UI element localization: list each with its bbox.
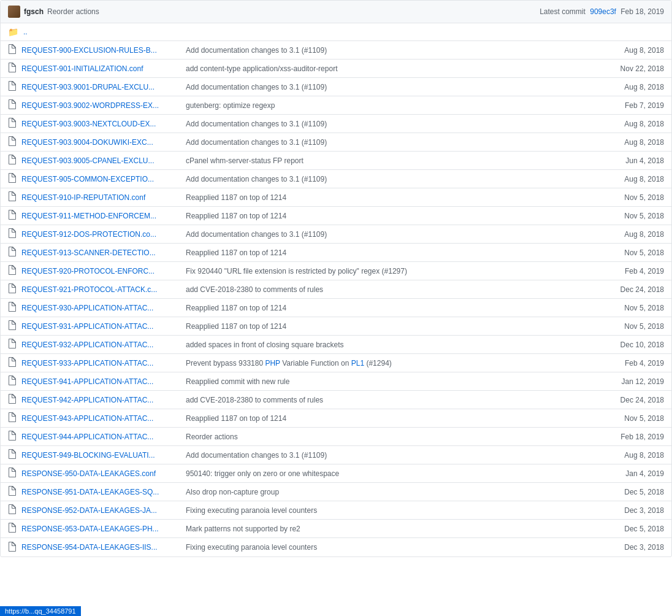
file-date: Nov 5, 2018 — [609, 248, 664, 257]
file-name-link[interactable]: RESPONSE-953-DATA-LEAKAGES-PH... — [21, 525, 181, 533]
file-name-link[interactable]: REQUEST-900-EXCLUSION-RULES-B... — [21, 46, 181, 55]
file-name-link[interactable]: RESPONSE-954-DATA-LEAKAGES-IIS... — [21, 543, 181, 552]
file-name-link[interactable]: REQUEST-903.9002-WORDPRESS-EX... — [21, 101, 181, 110]
file-name-link[interactable]: RESPONSE-952-DATA-LEAKAGES-JA... — [21, 506, 181, 515]
file-name-link[interactable]: RESPONSE-950-DATA-LEAKAGES.conf — [21, 469, 181, 478]
file-icon — [8, 118, 17, 129]
parent-dir-row: 📁 .. — [1, 23, 671, 41]
file-date: Nov 22, 2018 — [609, 64, 664, 73]
file-commit-message: cPanel whm-server-status FP report — [181, 156, 609, 165]
file-icon — [8, 339, 17, 350]
file-icon — [8, 265, 17, 277]
php-link[interactable]: PHP — [265, 359, 280, 368]
file-date: Jan 4, 2019 — [609, 469, 664, 478]
file-name-link[interactable]: REQUEST-911-METHOD-ENFORCEM... — [21, 212, 181, 220]
file-icon — [8, 431, 17, 442]
file-commit-message: Add documentation changes to 3.1 (#1109) — [181, 138, 609, 147]
file-name-link[interactable]: REQUEST-905-COMMON-EXCEPTIO... — [21, 175, 181, 183]
file-date: Feb 18, 2019 — [609, 433, 664, 441]
file-commit-message: add CVE-2018-2380 to comments of rules — [181, 396, 609, 404]
file-date: Aug 8, 2018 — [609, 230, 664, 239]
file-commit-message: Fix 920440 "URL file extension is restri… — [181, 267, 609, 275]
file-commit-message: Mark patterns not supported by re2 — [181, 525, 609, 533]
file-name-link[interactable]: REQUEST-930-APPLICATION-ATTAC... — [21, 304, 181, 312]
file-name-link[interactable]: REQUEST-903.9001-DRUPAL-EXCLU... — [21, 83, 181, 91]
pl1-link[interactable]: PL1 — [351, 359, 364, 368]
folder-icon: 📁 — [8, 27, 18, 37]
file-name-link[interactable]: REQUEST-913-SCANNER-DETECTIO... — [21, 248, 181, 257]
file-name-link[interactable]: REQUEST-903.9004-DOKUWIKI-EXC... — [21, 138, 181, 147]
file-commit-message: Reapplied 1187 on top of 1214 — [181, 193, 609, 202]
file-date: Dec 24, 2018 — [609, 396, 664, 404]
table-row: RESPONSE-951-DATA-LEAKAGES-SQ...Also dro… — [1, 483, 671, 501]
file-name-link[interactable]: REQUEST-903.9003-NEXTCLOUD-EX... — [21, 120, 181, 128]
commit-meta: Latest commit 909ec3f Feb 18, 2019 — [540, 7, 664, 16]
commit-author[interactable]: fgsch — [24, 7, 44, 16]
table-row: REQUEST-903.9003-NEXTCLOUD-EX...Add docu… — [1, 115, 671, 133]
file-name-link[interactable]: REQUEST-910-IP-REPUTATION.conf — [21, 193, 181, 202]
table-row: REQUEST-912-DOS-PROTECTION.co...Add docu… — [1, 225, 671, 244]
file-icon — [8, 357, 17, 369]
file-name-link[interactable]: REQUEST-933-APPLICATION-ATTAC... — [21, 359, 181, 368]
file-icon — [8, 210, 17, 221]
table-row: REQUEST-933-APPLICATION-ATTAC...Prevent … — [1, 354, 671, 372]
file-name-link[interactable]: REQUEST-931-APPLICATION-ATTAC... — [21, 322, 181, 331]
file-date: Dec 3, 2018 — [609, 543, 664, 552]
file-icon — [8, 302, 17, 314]
table-row: REQUEST-905-COMMON-EXCEPTIO...Add docume… — [1, 170, 671, 188]
file-date: Dec 5, 2018 — [609, 525, 664, 533]
file-commit-message: added spaces in front of closing square … — [181, 341, 609, 349]
file-date: Jan 12, 2019 — [609, 377, 664, 386]
file-icon — [8, 375, 17, 387]
table-row: REQUEST-942-APPLICATION-ATTAC...add CVE-… — [1, 391, 671, 409]
file-commit-message: Fixing executing paranoia level counters — [181, 543, 609, 552]
file-icon — [8, 136, 17, 148]
file-name-link[interactable]: REQUEST-932-APPLICATION-ATTAC... — [21, 341, 181, 349]
file-icon — [8, 504, 17, 516]
file-date: Aug 8, 2018 — [609, 120, 664, 128]
file-name-link[interactable]: REQUEST-941-APPLICATION-ATTAC... — [21, 377, 181, 386]
file-name-link[interactable]: RESPONSE-951-DATA-LEAKAGES-SQ... — [21, 488, 181, 496]
file-date: Dec 24, 2018 — [609, 285, 664, 294]
file-date: Nov 5, 2018 — [609, 414, 664, 423]
table-row: REQUEST-911-METHOD-ENFORCEM...Reapplied … — [1, 207, 671, 225]
file-icon — [8, 523, 17, 534]
avatar — [8, 6, 20, 18]
file-name-link[interactable]: REQUEST-920-PROTOCOL-ENFORC... — [21, 267, 181, 275]
table-row: REQUEST-944-APPLICATION-ATTAC...Reorder … — [1, 428, 671, 446]
file-name-link[interactable]: REQUEST-943-APPLICATION-ATTAC... — [21, 414, 181, 423]
commit-hash-link[interactable]: 909ec3f — [590, 7, 616, 16]
file-icon — [8, 320, 17, 332]
file-icon — [8, 173, 17, 185]
table-row: REQUEST-920-PROTOCOL-ENFORC...Fix 920440… — [1, 262, 671, 280]
parent-dir-link[interactable]: .. — [23, 28, 28, 36]
file-name-link[interactable]: REQUEST-912-DOS-PROTECTION.co... — [21, 230, 181, 239]
file-icon — [8, 63, 17, 74]
file-name-link[interactable]: REQUEST-921-PROTOCOL-ATTACK.c... — [21, 285, 181, 294]
file-commit-message: 950140: trigger only on zero or one whit… — [181, 469, 609, 478]
file-name-link[interactable]: REQUEST-903.9005-CPANEL-EXCLU... — [21, 156, 181, 165]
table-row: RESPONSE-953-DATA-LEAKAGES-PH...Mark pat… — [1, 520, 671, 538]
file-icon — [8, 283, 17, 295]
file-commit-message: gutenberg: optimize regexp — [181, 101, 609, 110]
file-icon — [8, 412, 17, 424]
file-name-link[interactable]: REQUEST-944-APPLICATION-ATTAC... — [21, 433, 181, 441]
file-commit-message: Reapplied 1187 on top of 1214 — [181, 248, 609, 257]
file-date: Nov 5, 2018 — [609, 212, 664, 220]
file-commit-message: Also drop non-capture group — [181, 488, 609, 496]
commit-date: Feb 18, 2019 — [620, 7, 664, 16]
table-row: REQUEST-941-APPLICATION-ATTAC...Reapplie… — [1, 372, 671, 391]
file-date: Aug 8, 2018 — [609, 175, 664, 183]
file-commit-message: Reorder actions — [181, 433, 609, 441]
latest-commit-label: Latest commit — [540, 7, 586, 16]
table-row: REQUEST-931-APPLICATION-ATTAC...Reapplie… — [1, 317, 671, 336]
commit-message: Reorder actions — [47, 7, 99, 16]
commit-header: fgsch Reorder actions Latest commit 909e… — [1, 1, 671, 23]
file-commit-message: add content-type application/xss-auditor… — [181, 64, 609, 73]
file-name-link[interactable]: REQUEST-949-BLOCKING-EVALUATI... — [21, 451, 181, 460]
file-commit-message: Prevent bypass 933180 PHP Variable Funct… — [181, 359, 609, 368]
file-name-link[interactable]: REQUEST-901-INITIALIZATION.conf — [21, 64, 181, 73]
file-name-link[interactable]: REQUEST-942-APPLICATION-ATTAC... — [21, 396, 181, 404]
table-row: REQUEST-921-PROTOCOL-ATTACK.c...add CVE-… — [1, 280, 671, 299]
file-commit-message: Add documentation changes to 3.1 (#1109) — [181, 83, 609, 91]
